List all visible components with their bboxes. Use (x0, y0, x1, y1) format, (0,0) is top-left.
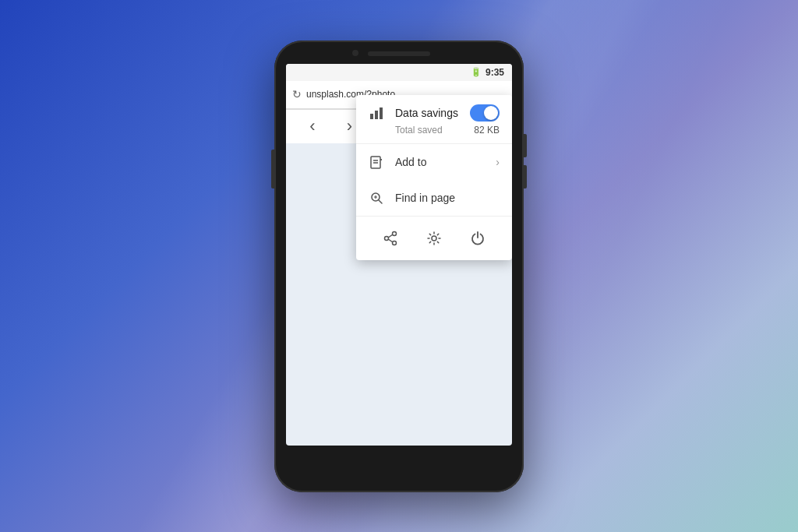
phone-screen: 🔋 9:35 ↻ unsplash.com/?photo (286, 64, 512, 446)
toggle-knob (484, 106, 498, 120)
total-saved-label: Total saved (395, 125, 443, 136)
find-in-page-label: Find in page (395, 192, 500, 204)
data-savings-icon (369, 105, 384, 121)
find-in-page-menu-item[interactable]: Find in page (356, 180, 512, 216)
menu-icons-row (356, 216, 512, 260)
add-to-menu-item[interactable]: Add to › (356, 144, 512, 180)
settings-button[interactable] (420, 224, 448, 252)
phone-speaker (368, 51, 430, 56)
refresh-icon[interactable]: ↻ (292, 88, 302, 100)
status-bar: 🔋 9:35 (286, 64, 512, 81)
phone-camera (352, 50, 358, 56)
svg-point-13 (385, 236, 389, 240)
svg-rect-0 (370, 114, 373, 119)
forward-button[interactable]: › (347, 116, 352, 136)
svg-rect-1 (375, 111, 378, 119)
svg-line-9 (379, 200, 382, 203)
add-to-label: Add to (395, 156, 485, 168)
total-saved-row: Total saved 82 KB (356, 125, 512, 144)
phone-device: 🔋 9:35 ↻ unsplash.com/?photo (274, 41, 524, 492)
status-icons: 🔋 9:35 (471, 67, 504, 78)
svg-point-12 (393, 231, 397, 235)
battery-icon: 🔋 (471, 67, 482, 77)
address-bar[interactable]: ↻ unsplash.com/?photo Data savings (286, 81, 512, 109)
time-display: 9:35 (486, 67, 504, 78)
add-to-arrow-icon: › (496, 156, 500, 168)
share-button[interactable] (376, 224, 404, 252)
svg-line-15 (388, 234, 393, 238)
data-savings-section: Data savings (356, 95, 512, 125)
add-to-icon (369, 154, 384, 170)
back-button[interactable]: ‹ (309, 116, 315, 136)
volume-up-button[interactable] (524, 134, 527, 157)
data-savings-label: Data savings (395, 107, 459, 119)
power-off-button[interactable] (464, 224, 492, 252)
data-savings-toggle[interactable] (470, 104, 500, 122)
dropdown-menu: Data savings Total saved 82 KB (356, 95, 512, 260)
find-in-page-icon (369, 190, 384, 206)
power-button[interactable] (271, 150, 274, 188)
svg-line-16 (388, 239, 393, 242)
volume-down-button[interactable] (524, 165, 527, 188)
svg-point-14 (393, 241, 397, 245)
svg-point-17 (432, 236, 436, 241)
total-saved-value: 82 KB (474, 125, 500, 136)
svg-rect-2 (380, 107, 383, 119)
